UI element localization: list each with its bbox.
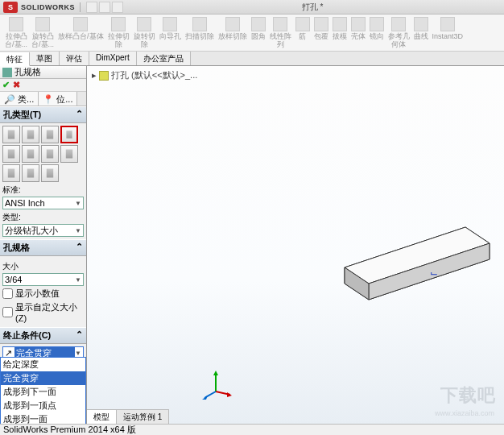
section-hole-type[interactable]: 孔类型(T)⌃ xyxy=(0,106,86,123)
svg-marker-7 xyxy=(227,392,232,397)
type-label: 类型: xyxy=(2,212,84,223)
endcond-option[interactable]: 成形到一面 xyxy=(1,412,85,424)
ribbon-icon xyxy=(273,17,287,31)
endcond-option[interactable]: 完全贯穿 xyxy=(1,371,85,385)
endcond-option[interactable]: 成形到一顶点 xyxy=(1,399,85,412)
hole-type-straight[interactable] xyxy=(60,126,78,143)
section-hole-spec[interactable]: 孔规格⌃ xyxy=(0,239,86,256)
ribbon-线性阵列[interactable]: 线性阵 列 xyxy=(268,16,293,49)
watermark-text: 下载吧 xyxy=(440,383,496,408)
endcond-option[interactable]: 给定深度 xyxy=(1,358,85,371)
show-custom-check[interactable]: 显示自定义大小(Z) xyxy=(2,301,84,323)
ribbon-放样切除[interactable]: 放样切除 xyxy=(217,16,249,49)
ribbon-icon xyxy=(137,17,151,31)
model-plate[interactable] xyxy=(328,219,504,332)
status-text: SolidWorks Premium 2014 x64 版 xyxy=(3,424,136,435)
ribbon-icon xyxy=(351,17,366,31)
pm-title: 孔规格 xyxy=(14,66,41,78)
feature-tree-breadcrumb[interactable]: ▸ 打孔 (默认<<默认>_... xyxy=(92,69,197,81)
section-end-condition[interactable]: 终止条件(C)⌃ xyxy=(0,327,86,344)
command-tabs: 特征草图评估DimXpert办公室产品 xyxy=(0,52,504,66)
qat-save-button[interactable] xyxy=(112,2,123,13)
cmd-tab-0[interactable]: 特征 xyxy=(0,52,30,66)
view-triad-icon[interactable] xyxy=(200,367,232,400)
size-combo[interactable]: 3/64▼ xyxy=(2,273,84,286)
pm-tab-position[interactable]: 📍 位... xyxy=(39,92,77,106)
hole-type-slot4[interactable] xyxy=(41,164,59,182)
endcond-option[interactable]: 成形到下一面 xyxy=(1,385,85,399)
show-decimal-check[interactable]: 显示小数值 xyxy=(2,288,84,300)
status-bar: SolidWorks Premium 2014 x64 版 xyxy=(0,424,504,435)
property-manager-panel: 孔规格 ✔ ✖ 🔎 类... 📍 位... 孔类型(T)⌃ xyxy=(0,66,87,424)
cmd-tab-2[interactable]: 评估 xyxy=(60,52,89,65)
hole-type-counterbore[interactable] xyxy=(2,126,20,143)
ribbon-圆角[interactable]: 圆角 xyxy=(250,16,267,49)
hole-type-slot3[interactable] xyxy=(22,164,39,182)
ribbon-icon xyxy=(73,17,88,31)
ribbon-icon xyxy=(440,17,455,31)
qat-new-button[interactable] xyxy=(86,2,97,13)
ribbon-放样凸台基体[interactable]: 放样凸台/基体 xyxy=(56,16,105,49)
main-area: 孔规格 ✔ ✖ 🔎 类... 📍 位... 孔类型(T)⌃ xyxy=(0,66,504,424)
hole-wizard-icon xyxy=(2,68,12,77)
ribbon-icon xyxy=(111,17,126,31)
ribbon-icon xyxy=(314,17,328,31)
hole-type-body: 标准: ANSI Inch▼ 类型: 分级钻孔大小▼ xyxy=(0,123,86,239)
breadcrumb-text: 打孔 (默认<<默认>_... xyxy=(111,69,197,81)
origin-marker-icon: ⌙ xyxy=(430,267,438,279)
cmd-tab-3[interactable]: DimXpert xyxy=(89,52,137,65)
ribbon-icon xyxy=(192,17,207,31)
hole-type-legacy[interactable] xyxy=(41,145,59,163)
ribbon-icon xyxy=(295,17,310,31)
ribbon-扫描切除[interactable]: 扫描切除 xyxy=(184,16,216,49)
ribbon-icon xyxy=(225,17,240,31)
viewport-tab-1[interactable]: 运动算例 1 xyxy=(117,410,169,424)
ribbon-Instant3D[interactable]: Instant3D xyxy=(431,16,465,49)
separator xyxy=(80,2,81,12)
hole-type-pipe-tap[interactable] xyxy=(22,145,39,163)
ribbon-向导孔[interactable]: 向导孔 xyxy=(158,16,183,49)
viewport-tab-0[interactable]: 模型 xyxy=(87,410,117,424)
cmd-tab-4[interactable]: 办公室产品 xyxy=(137,52,191,65)
collapse-icon: ⌃ xyxy=(76,109,83,121)
title-bar: S SOLIDWORKS 打孔 * xyxy=(0,0,504,14)
viewport-tabs: 模型运动算例 1 xyxy=(87,409,169,424)
qat-open-button[interactable] xyxy=(99,2,110,13)
cancel-button[interactable]: ✖ xyxy=(13,80,20,90)
hole-type-tap[interactable] xyxy=(2,145,20,163)
collapse-icon: ⌃ xyxy=(76,242,83,254)
hole-type-hole[interactable] xyxy=(41,126,59,143)
svg-marker-9 xyxy=(202,396,208,400)
graphics-viewport[interactable]: ▸ 打孔 (默认<<默认>_... ⌙ 下载吧 www.xiazaiba.com… xyxy=(87,66,504,424)
hole-type-slot1[interactable] xyxy=(60,145,78,163)
type-combo[interactable]: 分级钻孔大小▼ xyxy=(2,224,84,237)
ribbon-icon xyxy=(163,17,177,31)
ribbon-旋转切除[interactable]: 旋转切 除 xyxy=(132,16,157,49)
standard-combo[interactable]: ANSI Inch▼ xyxy=(2,197,84,209)
ribbon-icon xyxy=(391,17,406,31)
ribbon-icon xyxy=(35,17,50,31)
ok-button[interactable]: ✔ xyxy=(2,80,10,90)
solidworks-logo-icon: S xyxy=(3,2,18,13)
ribbon-拉伸切除[interactable]: 拉伸切 除 xyxy=(106,16,131,49)
chevron-down-icon: ▼ xyxy=(75,227,81,234)
ribbon-曲线[interactable]: 曲线 xyxy=(412,16,430,49)
ribbon-拔模[interactable]: 拔模 xyxy=(331,16,349,49)
ribbon-旋转凸台基[interactable]: 旋转凸 台/基... xyxy=(30,16,56,49)
ribbon-参考几何体[interactable]: 参考几 何体 xyxy=(386,16,411,49)
ribbon-筋[interactable]: 筋 xyxy=(294,16,312,49)
ribbon-壳体[interactable]: 壳体 xyxy=(349,16,367,49)
hole-spec-body: 大小 3/64▼ 显示小数值 显示自定义大小(Z) xyxy=(0,256,86,327)
ribbon-toolbar: 拉伸凸 台/基...旋转凸 台/基...放样凸台/基体拉伸切 除旋转切 除向导孔… xyxy=(0,14,504,52)
cmd-tab-1[interactable]: 草图 xyxy=(30,52,60,65)
document-title: 打孔 * xyxy=(124,2,501,13)
pm-tab-type[interactable]: 🔎 类... xyxy=(0,92,39,106)
hole-type-countersink[interactable] xyxy=(22,126,39,143)
ribbon-包覆[interactable]: 包覆 xyxy=(312,16,330,49)
chevron-down-icon: ▼ xyxy=(75,200,81,207)
ribbon-镜向[interactable]: 镜向 xyxy=(368,16,386,49)
ribbon-拉伸凸台基[interactable]: 拉伸凸 台/基... xyxy=(3,16,29,49)
hole-type-slot2[interactable] xyxy=(2,164,20,182)
svg-marker-5 xyxy=(213,371,218,375)
expand-icon[interactable]: ▸ xyxy=(92,70,97,81)
